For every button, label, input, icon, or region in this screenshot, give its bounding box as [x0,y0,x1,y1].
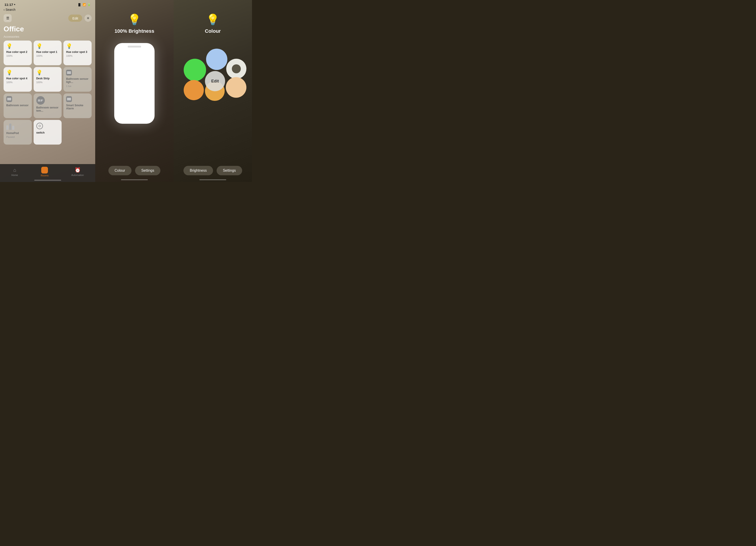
menu-button[interactable]: ☰ [4,14,12,22]
nav-automation[interactable]: ⏰ Automation [71,167,84,176]
colour-button[interactable]: Colour [108,166,131,175]
nav-home-label: Home [11,174,18,176]
rooms-icon [41,167,48,173]
color-peach[interactable] [226,77,246,98]
home-icon: ⌂ [13,167,16,173]
bulb-icon: 💡 [6,43,29,49]
brightness-bottom-buttons: Colour Settings [108,166,161,175]
tile-smoke-alarm[interactable]: Smart Smoke Alarm [63,93,92,118]
bulb-icon: 💡 [36,70,59,75]
switch-icon [36,123,59,129]
signal-icon: ▐▌ [78,3,81,6]
bulb-icon: 💡 [36,43,59,49]
toolbar: ☰ Edit + [0,13,95,24]
nav-home[interactable]: ⌂ Home [11,167,18,176]
tile-status: 100% [36,54,59,57]
color-green[interactable] [184,59,206,81]
status-time: 11:17 ⌖ [4,3,15,6]
home-indicator [199,179,226,180]
tile-name: Smart Smoke Alarm [66,104,89,110]
tile-status: 100% [36,81,59,84]
add-button[interactable]: + [84,15,92,22]
battery-icon: 🔋 [87,3,91,6]
tile-hue-spot-2[interactable]: 💡 Hue color spot 2 100% [4,41,32,65]
tile-name: Hue color spot 2 [6,50,29,54]
time-display: 11:17 [4,3,13,6]
tile-hue-spot-3[interactable]: 💡 Hue color spot 3 100% [63,41,92,65]
tile-name: Bathroom sensor ligh... [66,77,89,84]
wifi-icon: 📶 [83,3,86,6]
sensor-icon [66,70,89,75]
tile-bathroom-sensor-light[interactable]: Bathroom sensor ligh... 1 lux [63,67,92,92]
colour-bottom-buttons: Brightness Settings [183,166,242,175]
nav-automation-label: Automation [71,174,84,176]
nav-rooms[interactable]: Rooms [41,167,49,177]
bulb-icon: 💡 [66,43,89,49]
tile-hue-spot-4[interactable]: 💡 Hue color spot 4 100% [4,67,32,92]
home-indicator [34,180,61,181]
tile-bathroom-sensor[interactable]: Bathroom sensor [4,93,32,118]
color-white[interactable] [226,59,246,79]
color-blue[interactable] [206,49,227,70]
bulb-icon: 💡 [6,70,29,75]
tile-name: Desk Strip [36,77,59,80]
colour-circles: Edit [181,39,244,101]
tile-name: Hue color spot 3 [66,50,89,54]
status-bar: 11:17 ⌖ ▐▌ 📶 🔋 [0,0,95,7]
sensor-icon [6,96,29,102]
phone-mockup [114,43,155,124]
bottom-nav: ⌂ Home Rooms ⏰ Automation [0,164,95,182]
tile-status: Paused [6,136,29,138]
tile-name: Bathroom sensor [6,104,29,107]
tile-status: 100% [6,54,29,57]
temp-display: 22.5° [36,96,45,105]
brightness-bulb-icon: 💡 [128,13,141,26]
edit-button[interactable]: Edit [68,15,82,22]
home-indicator [121,179,148,180]
colour-title: Colour [205,28,221,34]
phone-notch [128,46,141,47]
homepod-icon [6,123,29,130]
brightness-panel: 💡 100% Brightness Colour Settings [95,0,174,182]
colour-panel: 💡 Colour Edit Brightness Settings [174,0,252,182]
tile-switch[interactable]: switch [34,120,62,144]
settings-button[interactable]: Settings [135,166,161,175]
tile-hue-spot-1[interactable]: 💡 Hue color spot 1 100% [34,41,62,65]
left-panel: 11:17 ⌖ ▐▌ 📶 🔋 ‹ Search ☰ Edit + Office … [0,0,95,182]
location-icon: ⌖ [14,3,15,6]
brightness-header: 💡 100% Brightness [114,0,154,34]
toolbar-actions: Edit + [68,15,92,22]
tile-desk-strip[interactable]: 💡 Desk Strip 100% [34,67,62,92]
brightness-title: 100% Brightness [114,28,154,34]
status-icons: ▐▌ 📶 🔋 [78,3,91,6]
menu-icon: ☰ [6,16,9,20]
tile-status: 100% [6,81,29,84]
plus-icon: + [87,16,89,21]
tile-name: Hue color spot 4 [6,77,29,80]
edit-color-button[interactable]: Edit [205,71,225,91]
tile-name: Hue color spot 1 [36,50,59,54]
tile-status: 100% [66,54,89,57]
tile-name: Bathroom sensor tem... [36,106,59,112]
accessories-label: Accessories [4,35,92,38]
tile-homepod[interactable]: HomePod Paused [4,120,32,144]
tile-name: HomePod [6,131,29,135]
colour-bulb-icon: 💡 [206,13,220,26]
accessories-section: Accessories 💡 Hue color spot 2 100% 💡 Hu… [0,35,95,182]
brightness-button[interactable]: Brightness [183,166,213,175]
color-orange1[interactable] [184,80,204,100]
back-label: Search [6,8,15,11]
nav-rooms-label: Rooms [41,174,49,177]
back-chevron: ‹ [4,8,5,11]
colour-header: 💡 Colour [205,0,221,34]
tile-status: 1 lux [66,85,89,87]
tile-bathroom-sensor-temp[interactable]: 22.5° Bathroom sensor tem... [34,93,62,118]
back-nav[interactable]: ‹ Search [0,7,95,13]
tile-name: switch [36,131,59,134]
automation-icon: ⏰ [75,167,81,173]
colour-settings-button[interactable]: Settings [217,166,242,175]
accessories-grid: 💡 Hue color spot 2 100% 💡 Hue color spot… [4,41,92,144]
sensor-icon [66,96,89,102]
room-title: Office [0,24,95,35]
